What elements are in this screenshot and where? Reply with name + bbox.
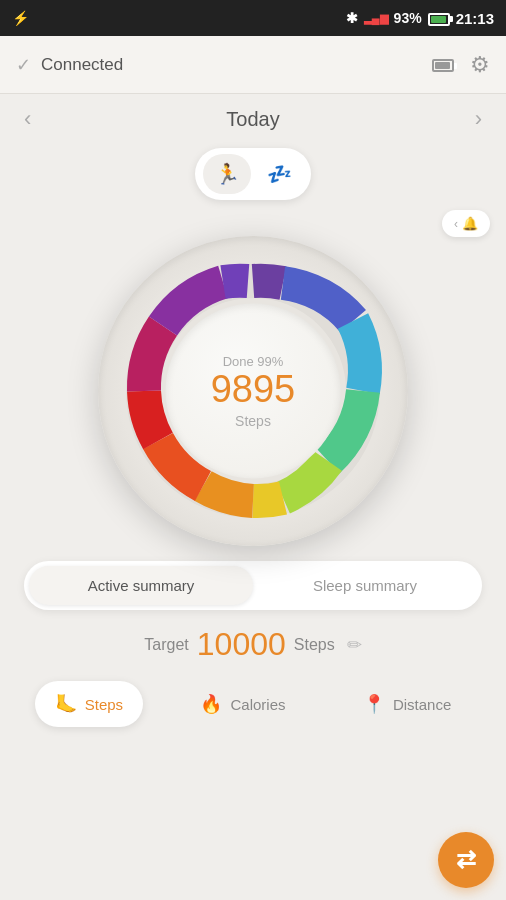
nav-title: Today [226, 108, 279, 131]
done-label: Done 99% [223, 354, 284, 369]
sleep-summary-tab[interactable]: Sleep summary [253, 566, 477, 605]
summary-tabs: Active summary Sleep summary [24, 561, 482, 610]
fab-icon: ⇄ [456, 846, 476, 874]
fab-button[interactable]: ⇄ [438, 832, 494, 888]
calories-tab-icon: 🔥 [200, 693, 222, 715]
bell-icon: 🔔 [462, 216, 478, 231]
usb-icon: ⚡ [12, 10, 29, 26]
bluetooth-icon: ✱ [346, 10, 358, 26]
distance-tab[interactable]: 📍 Distance [343, 681, 471, 727]
connected-label: Connected [41, 55, 123, 75]
mode-toggle: 🏃 💤 [0, 148, 506, 200]
donut-center: Done 99% 9895 Steps [166, 304, 341, 479]
battery-icon-status [428, 10, 450, 26]
signal-icon: ▂▄▆ [364, 12, 388, 25]
target-row: Target 10000 Steps ✏ [0, 626, 506, 663]
status-bar: ⚡ ✱ ▂▄▆ 93% 21:13 [0, 0, 506, 36]
chevron-left-icon: ‹ [454, 217, 458, 231]
distance-tab-icon: 📍 [363, 693, 385, 715]
active-summary-tab[interactable]: Active summary [29, 566, 253, 605]
connection-status: ✓ Connected [16, 54, 123, 76]
header-icons: ⚙ [432, 52, 490, 78]
steps-count: 9895 [211, 369, 296, 411]
toggle-pill: 🏃 💤 [195, 148, 311, 200]
bell-button[interactable]: ‹ 🔔 [442, 210, 490, 237]
steps-label: Steps [235, 412, 271, 428]
run-icon: 🏃 [215, 162, 240, 186]
battery-header-icon[interactable] [432, 52, 454, 78]
calories-tab-label: Calories [230, 696, 285, 713]
steps-tab-label: Steps [85, 696, 123, 713]
sleep-toggle-btn[interactable]: 💤 [255, 154, 303, 194]
steps-tab[interactable]: 🦶 Steps [35, 681, 143, 727]
time-display: 21:13 [456, 10, 494, 27]
status-right: ✱ ▂▄▆ 93% 21:13 [346, 10, 494, 27]
distance-tab-label: Distance [393, 696, 451, 713]
bell-area: ‹ 🔔 [0, 210, 506, 237]
edit-target-icon[interactable]: ✏ [347, 634, 362, 656]
check-icon: ✓ [16, 54, 31, 76]
next-arrow[interactable]: › [475, 106, 482, 132]
battery-percent: 93% [394, 10, 422, 26]
steps-tab-icon: 🦶 [55, 693, 77, 715]
prev-arrow[interactable]: ‹ [24, 106, 31, 132]
target-value: 10000 [197, 626, 286, 663]
target-unit: Steps [294, 636, 335, 654]
settings-icon[interactable]: ⚙ [470, 52, 490, 78]
header-bar: ✓ Connected ⚙ [0, 36, 506, 94]
calories-tab[interactable]: 🔥 Calories [180, 681, 305, 727]
status-left: ⚡ [12, 10, 29, 26]
target-label: Target [144, 636, 188, 654]
donut-wrapper: Done 99% 9895 Steps [103, 241, 403, 541]
run-toggle-btn[interactable]: 🏃 [203, 154, 251, 194]
sleep-icon: 💤 [267, 162, 292, 186]
donut-chart-area: Done 99% 9895 Steps [0, 241, 506, 541]
nav-bar: ‹ Today › [0, 94, 506, 144]
bottom-tabs: 🦶 Steps 🔥 Calories 📍 Distance [16, 681, 490, 727]
